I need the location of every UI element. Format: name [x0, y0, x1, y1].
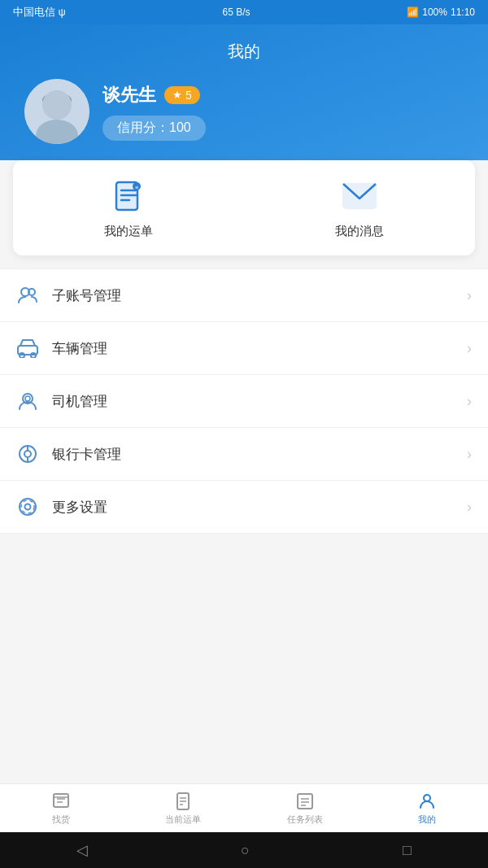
current-order-icon: [173, 792, 193, 811]
nav-item-mine[interactable]: 我的: [366, 784, 488, 832]
nav-item-task-list[interactable]: 任务列表: [244, 784, 366, 832]
chevron-right-icon-4: ›: [467, 446, 472, 463]
current-order-label: 当前运单: [165, 813, 201, 826]
wifi-icon: 📶: [407, 7, 419, 18]
quick-actions-card: ≡ 我的运单 我的消息: [13, 160, 475, 255]
find-cargo-icon: [51, 792, 71, 811]
car-icon: [16, 337, 39, 360]
page-title: 我的: [0, 41, 488, 63]
svg-rect-33: [298, 794, 312, 809]
settings-icon: [16, 495, 39, 518]
quick-action-waybill[interactable]: ≡ 我的运单: [13, 177, 244, 239]
menu-item-settings[interactable]: 更多设置 ›: [0, 481, 488, 534]
bank-icon: [16, 443, 39, 465]
settings-label: 更多设置: [52, 498, 467, 517]
svg-text:≡: ≡: [135, 185, 138, 190]
driver-label: 司机管理: [52, 392, 467, 411]
profile-info: 谈先生 ★ 5 信用分：100: [102, 83, 206, 141]
bottom-nav: 找货 当前运单 任务列表: [0, 783, 488, 832]
star-badge: ★ 5: [164, 86, 200, 104]
bank-label: 银行卡管理: [52, 445, 467, 464]
menu-list: 子账号管理 › 车辆管理 ›: [0, 268, 488, 534]
find-cargo-label: 找货: [52, 813, 70, 826]
credit-value: 100: [169, 120, 191, 134]
waybill-icon: ≡: [109, 177, 148, 216]
chevron-right-icon: ›: [467, 287, 472, 304]
menu-item-bank[interactable]: 银行卡管理 ›: [0, 428, 488, 481]
chevron-right-icon-2: ›: [467, 340, 472, 357]
home-button[interactable]: ○: [241, 842, 250, 859]
task-list-icon: [295, 792, 315, 811]
avatar[interactable]: [24, 79, 89, 144]
driver-icon: [16, 390, 39, 412]
name-row: 谈先生 ★ 5: [102, 83, 206, 107]
svg-point-25: [21, 500, 34, 513]
svg-point-20: [24, 451, 31, 457]
star-icon: ★: [172, 89, 182, 101]
menu-item-vehicle[interactable]: 车辆管理 ›: [0, 322, 488, 375]
svg-point-24: [25, 504, 31, 510]
message-label: 我的消息: [335, 224, 384, 239]
recent-button[interactable]: □: [403, 842, 412, 859]
content-area: ≡ 我的运单 我的消息: [0, 160, 488, 534]
battery-text: 100%: [422, 7, 447, 18]
android-nav-bar: ◁ ○ □: [0, 832, 488, 868]
task-list-label: 任务列表: [287, 813, 323, 826]
svg-point-23: [20, 499, 36, 515]
mine-nav-label: 我的: [418, 813, 436, 826]
menu-item-sub-account[interactable]: 子账号管理 ›: [0, 269, 488, 322]
time-text: 11:10: [451, 7, 475, 18]
chevron-right-icon-3: ›: [467, 393, 472, 410]
vehicle-label: 车辆管理: [52, 339, 467, 358]
users-icon: [16, 284, 39, 307]
credit-score-badge: 信用分：100: [102, 116, 206, 141]
status-bar: 中国电信 ψ 65 B/s 📶 100% 11:10: [0, 0, 488, 24]
star-level: 5: [185, 89, 192, 102]
message-icon: [340, 177, 379, 216]
svg-point-37: [424, 795, 430, 801]
quick-action-message[interactable]: 我的消息: [244, 177, 475, 239]
sub-account-label: 子账号管理: [52, 286, 467, 305]
carrier-text: 中国电信 ψ: [13, 5, 66, 20]
waybill-label: 我的运单: [104, 224, 153, 239]
svg-point-2: [42, 90, 72, 120]
profile-section: 谈先生 ★ 5 信用分：100: [0, 79, 488, 144]
nav-item-find-cargo[interactable]: 找货: [0, 784, 122, 832]
nav-item-current-order[interactable]: 当前运单: [122, 784, 244, 832]
back-button[interactable]: ◁: [76, 841, 88, 859]
menu-item-driver[interactable]: 司机管理 ›: [0, 375, 488, 428]
svg-rect-26: [54, 794, 68, 807]
speed-text: 65 B/s: [223, 7, 251, 18]
mine-nav-icon: [417, 792, 437, 811]
username: 谈先生: [102, 83, 156, 107]
credit-label: 信用分：: [117, 120, 169, 134]
chevron-right-icon-5: ›: [467, 499, 472, 516]
status-right: 📶 100% 11:10: [407, 7, 475, 18]
svg-point-18: [25, 396, 30, 401]
